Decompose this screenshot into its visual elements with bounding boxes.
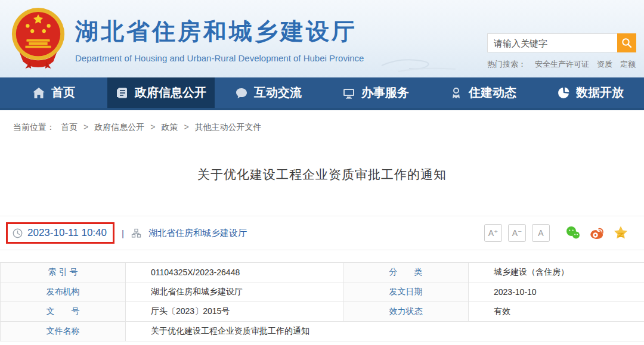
article-meta-strip: 2023-10-11 10:40 | 湖北省住房和城乡建设厅 A⁺ A⁻ A [0,216,644,250]
table-row: 索 引 号 01104325X/2023-26448 分 类 城乡建设（含住房） [1,263,644,282]
meta-left-group: 2023-10-11 10:40 | 湖北省住房和城乡建设厅 [6,222,247,244]
hot-search-link[interactable]: 资质 [597,59,612,70]
meta-value-publisher: 湖北省住房和城乡建设厅 [126,282,343,302]
organization-icon [131,228,141,238]
meta-label-publisher: 发布机构 [1,282,126,302]
nav-item-news[interactable]: 住建动态 [429,77,537,108]
document-meta-table: 索 引 号 01104325X/2023-26448 分 类 城乡建设（含住房）… [0,262,644,341]
table-row: 文件名称 关于优化建设工程企业资质审批工作的通知 [1,322,644,341]
meta-label-issue-date: 发文日期 [343,282,469,302]
meta-label-category: 分 类 [343,263,469,282]
breadcrumb-separator: > [83,122,88,133]
nav-item-label: 互动交流 [254,85,302,101]
meta-label-doc-title: 文件名称 [1,322,126,341]
cloud-decoration [374,55,464,75]
hot-search-label: 热门搜索： [487,59,526,70]
meta-value-category: 城乡建设（含住房） [469,263,644,282]
breadcrumb-link-gov-info[interactable]: 政府信息公开 [94,122,144,133]
breadcrumb-link-home[interactable]: 首页 [61,122,78,133]
meta-right-group: A⁺ A⁻ A [484,224,628,242]
table-row: 文 号 厅头〔2023〕2015号 效力状态 有效 [1,302,644,322]
meta-value-issue-date: 2023-10-10 [469,282,644,302]
meta-value-doc-title: 关于优化建设工程企业资质审批工作的通知 [126,322,644,341]
meta-separator: | [122,228,124,238]
site-identity: 湖北省住房和城乡建设厅 Department of Housing and Ur… [75,15,364,63]
search-input[interactable] [487,33,617,52]
nav-item-label: 首页 [51,85,75,101]
nav-item-label: 住建动态 [469,85,516,101]
meta-label-validity: 效力状态 [343,302,469,322]
meta-label-index-number: 索 引 号 [1,263,126,282]
person-badge-icon [450,86,463,100]
article-title: 关于优化建设工程企业资质审批工作的通知 [0,166,644,183]
meta-value-doc-number: 厅头〔2023〕2015号 [126,302,343,322]
hot-search-link[interactable]: 安全生产许可证 [535,59,589,70]
article-source[interactable]: 湖北省住房和城乡建设厅 [148,228,247,239]
wechat-share-icon[interactable] [565,225,581,241]
nav-item-services[interactable]: 办事服务 [322,77,429,108]
font-reset-button[interactable]: A [532,224,550,242]
search-area: 热门搜索： 安全生产许可证 资质 定额 [487,33,636,70]
font-larger-button[interactable]: A⁺ [484,224,502,242]
nav-item-label: 数据开放 [576,85,624,101]
breadcrumb-separator: > [184,122,188,133]
weibo-share-icon[interactable] [589,225,605,241]
nav-item-label: 办事服务 [361,85,409,101]
annotation-red-box: 2023-10-11 10:40 [6,222,114,244]
share-icons [565,225,628,241]
meta-value-index-number: 01104325X/2023-26448 [126,263,343,282]
publish-time: 2023-10-11 10:40 [27,227,107,239]
hot-search-link[interactable]: 定额 [620,59,636,70]
search-icon [621,38,632,48]
nav-item-gov-info[interactable]: 政府信息公开 [107,77,215,108]
breadcrumb-separator: > [150,122,155,133]
breadcrumb-link-policy[interactable]: 政策 [161,122,178,133]
chat-bubble-icon [235,86,248,100]
national-emblem-logo [9,7,67,69]
home-icon [32,86,45,100]
search-button[interactable] [617,33,636,52]
site-header: 湖北省住房和城乡建设厅 Department of Housing and Ur… [0,0,644,77]
clock-icon [13,228,23,238]
nav-item-label: 政府信息公开 [135,85,206,101]
site-title: 湖北省住房和城乡建设厅 [75,15,364,48]
table-row: 发布机构 湖北省住房和城乡建设厅 发文日期 2023-10-10 [1,282,644,302]
qzone-share-icon[interactable] [613,225,628,241]
meta-label-doc-number: 文 号 [1,302,126,322]
breadcrumb-link-other-docs[interactable]: 其他主动公开文件 [195,122,262,133]
breadcrumb-label: 当前位置： [13,122,55,133]
font-smaller-button[interactable]: A⁻ [508,224,526,242]
monitor-icon [342,86,355,100]
main-nav: 首页 政府信息公开 互动交流 办事服务 住建动态 数据开放 [0,77,644,110]
meta-value-validity: 有效 [469,302,644,322]
nav-item-home[interactable]: 首页 [0,77,107,108]
site-subtitle: Department of Housing and Urban-Rural De… [75,53,364,63]
pie-chart-icon [557,86,570,100]
breadcrumb: 当前位置： 首页 > 政府信息公开 > 政策 > 其他主动公开文件 [0,110,644,133]
document-icon [116,86,129,100]
nav-item-open-data[interactable]: 数据开放 [537,77,644,108]
nav-item-interaction[interactable]: 互动交流 [215,77,322,108]
hot-search-bar: 热门搜索： 安全生产许可证 资质 定额 [487,59,636,70]
